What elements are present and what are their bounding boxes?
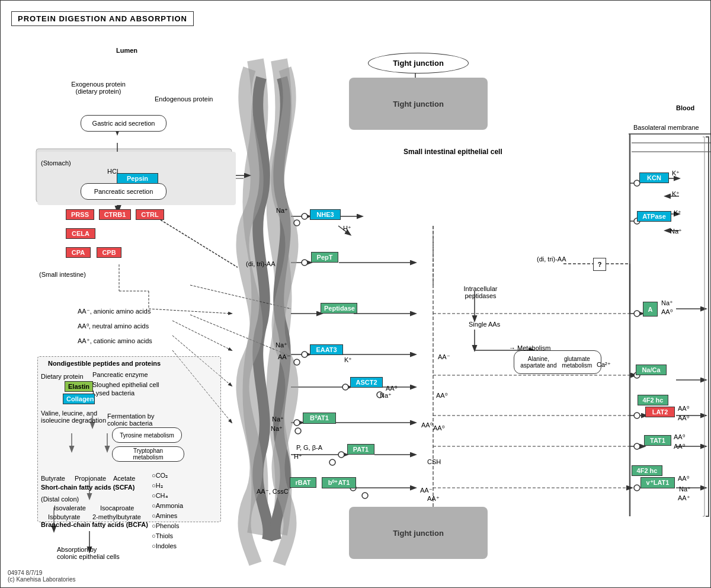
diagram-container: PROTEIN DIGESTION AND ABSORPTION	[0, 0, 711, 588]
a-transporter-box[interactable]: A	[643, 302, 658, 317]
svg-point-72	[634, 443, 640, 449]
butyrate-label: Butyrate	[41, 475, 65, 482]
lysed-bacteria-label: Lysed bacteria	[92, 389, 134, 397]
svg-point-71	[634, 413, 640, 418]
na-plus-a: Na⁺	[661, 299, 673, 307]
na-b0at1-2: Na⁺	[271, 425, 283, 433]
na-asct2: Na⁺	[380, 392, 392, 400]
eaat3-box[interactable]: EAAT3	[310, 344, 343, 355]
co2-label: ○CO₂	[152, 472, 168, 480]
ammonia-label: ○Ammonia	[152, 502, 183, 509]
svg-point-66	[362, 493, 368, 498]
aa0-lat1: AA⁰	[678, 475, 689, 482]
collagen-box[interactable]: Collagen	[63, 394, 95, 404]
na-ca-box[interactable]: Na/Ca	[636, 365, 667, 375]
aa0-tat1-2: AA⁰	[674, 443, 685, 450]
b0plus-at1-box[interactable]: b⁰⁺AT1	[322, 477, 356, 488]
na-b0at1: Na⁺	[272, 416, 284, 423]
title-box: PROTEIN DIGESTION AND ABSORPTION	[11, 11, 194, 26]
scfa-label: Short-chain fatty acids (SCFA)	[41, 484, 134, 491]
isobutyrate-label: Isobutyrate	[48, 513, 80, 520]
tight-junction-bottom-box: Tight junction	[349, 507, 488, 559]
aa-minus-right: AA⁻	[420, 487, 433, 494]
pancreatic-enzyme-label: Pancreatic enzyme	[92, 371, 148, 378]
isovalerate-label: Isovalerate	[54, 504, 86, 512]
svg-point-73	[634, 485, 640, 491]
svg-line-52	[190, 315, 291, 356]
question-box: ?	[593, 258, 606, 271]
tryptophan-metabolism: Tryptophan metabolism	[112, 446, 184, 462]
k-plus-atpase: K⁺	[674, 209, 681, 217]
svg-point-62	[295, 428, 301, 434]
bcfa-label: Branched-chain fatty acids (BCFA)	[41, 521, 148, 528]
tat1-box[interactable]: TAT1	[644, 435, 671, 446]
elastin-box[interactable]: Elastin	[65, 381, 93, 392]
ch4-label: ○CH₄	[152, 492, 168, 500]
aa0-center2: AA⁰	[433, 424, 444, 432]
prss-box[interactable]: PRSS	[66, 209, 94, 220]
cpb-box[interactable]: CPB	[97, 247, 121, 258]
f2hc-bottom-box[interactable]: 4F2 hc	[632, 465, 662, 476]
nondigestible-label: Nondigestible peptides and proteins	[48, 360, 161, 367]
ctrl-box[interactable]: CTRL	[136, 209, 164, 220]
aa-neutral-label: AA⁰, neutral amino acids	[78, 322, 149, 330]
di-tri-aa-left: (di, tri)-AA	[246, 260, 276, 267]
aa-minus-eaat3: AA⁻	[278, 353, 290, 361]
propionate-label: Propionate	[75, 475, 106, 482]
title-text: PROTEIN DIGESTION AND ABSORPTION	[18, 14, 187, 23]
svg-point-64	[329, 459, 335, 465]
nhe3-box[interactable]: NHE3	[310, 209, 341, 220]
h-plus-nhe3: H⁺	[343, 225, 351, 232]
cela-box[interactable]: CELA	[66, 228, 95, 239]
pept-box[interactable]: PepT	[311, 252, 338, 263]
cpa-box[interactable]: CPA	[66, 247, 91, 258]
aa0-lat2: AA⁰	[678, 405, 689, 413]
na-lat1: Na⁺	[679, 485, 691, 493]
svg-line-87	[149, 309, 232, 314]
small-intestinal-cell-label: Small intestinal epithelial cell	[403, 148, 502, 156]
basolateral-label: Basolateral membrane	[633, 124, 699, 131]
svg-point-55	[294, 220, 300, 226]
pat1-box[interactable]: PAT1	[347, 444, 374, 455]
svg-point-57	[302, 351, 308, 357]
dietary-protein2-label: Dietary protein	[41, 373, 84, 380]
asct2-box[interactable]: ASCT2	[350, 377, 383, 388]
aa-plus-lat1: AA⁺	[678, 494, 690, 502]
tight-junction-top-box: Tight junction	[349, 78, 488, 130]
na-plus-nhe3: Na⁺	[276, 207, 288, 215]
kcn-box[interactable]: KCN	[639, 172, 669, 183]
aa0-a: AA⁰	[661, 308, 672, 316]
atpase-box[interactable]: ATPase	[637, 211, 671, 222]
single-aas-label: Single AAs	[469, 321, 500, 328]
k-plus-kcn: K⁺	[672, 170, 680, 177]
aa-plus-right: AA⁺	[427, 495, 440, 503]
ctrb1-box[interactable]: CTRB1	[99, 209, 131, 220]
alanine-metabolism-box: Alanine, aspartate and glutamate metabol…	[514, 350, 601, 374]
absorption-label: Absorption by colonic epithelial cells	[57, 546, 120, 560]
p-g-beta-label: P, G, β-A	[296, 444, 322, 451]
rbat-box[interactable]: rBAT	[290, 477, 316, 488]
svg-line-50	[161, 220, 238, 267]
svg-point-56	[302, 260, 308, 266]
h-plus-pat1: H⁺	[294, 453, 302, 461]
footer: 04974 8/7/19 (c) Kanehisa Laboratories	[8, 570, 76, 583]
peptidase-box[interactable]: Peptidase	[321, 303, 357, 314]
aa0-lat2-2: AA⁰	[678, 414, 689, 422]
lat1-box[interactable]: v⁺LAT1	[640, 477, 675, 488]
f2hc-top-box[interactable]: 4F2 hc	[638, 395, 668, 405]
gastric-acid-oval: Gastric acid secretion	[81, 115, 166, 132]
na-eaat3: Na⁺	[276, 341, 287, 349]
svg-point-59	[342, 384, 348, 390]
intracellular-peptidases: Intracellular peptidases	[451, 285, 510, 299]
k-eaat3: K⁺	[344, 356, 352, 364]
lumen-label: Lumen	[116, 47, 137, 54]
aa-anionic-label: AA⁻, anionic amino acids	[78, 308, 150, 315]
tyrosine-metabolism: Tyrosine metabolism	[112, 427, 182, 443]
svg-point-61	[294, 420, 300, 426]
pepsin-box[interactable]: Pepsin	[117, 173, 158, 184]
aa-cationic-label: AA⁺, cationic amino acids	[78, 337, 152, 345]
endogenous-protein-label: Endogenous protein	[155, 95, 213, 103]
lat2-box[interactable]: LAT2	[645, 407, 675, 417]
aa0-tat1: AA⁰	[674, 433, 685, 441]
b0at1-box[interactable]: B⁰AT1	[303, 413, 336, 424]
